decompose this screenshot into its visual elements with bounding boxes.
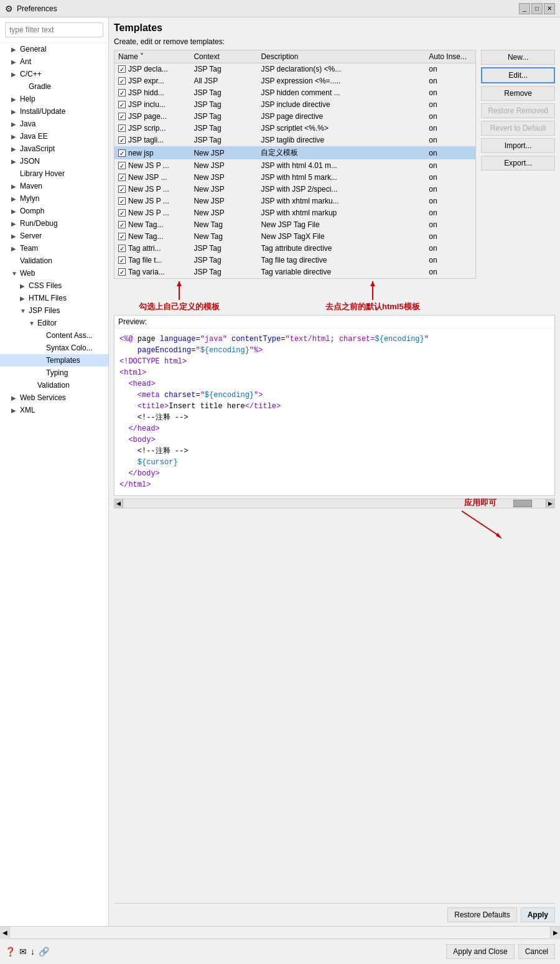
scroll-thumb[interactable] (513, 500, 532, 507)
row-checkbox[interactable] (118, 101, 126, 108)
button-panel: New... Edit... Remove Restore Removed Re… (481, 50, 555, 171)
new-button[interactable]: New... (481, 50, 555, 65)
row-checkbox[interactable] (118, 233, 126, 240)
sidebar-item-run-debug[interactable]: ▶Run/Debug (0, 217, 108, 230)
row-checkbox[interactable] (118, 124, 126, 132)
revert-to-default-button[interactable]: Revert to Default (481, 121, 555, 136)
table-row[interactable]: New Tag...New TagNew JSP TagX Fileon (114, 231, 475, 243)
page-subtitle: Create, edit or remove templates: (114, 37, 555, 46)
minimize-button[interactable]: _ (519, 3, 530, 14)
sidebar-item-mylyn[interactable]: ▶Mylyn (0, 192, 108, 205)
table-row[interactable]: new jspNew JSP自定义模板on (114, 146, 475, 160)
close-button[interactable]: ✕ (544, 3, 555, 14)
sidebar-item-library-hover[interactable]: Library Hover (0, 167, 108, 180)
row-checkbox[interactable] (118, 89, 126, 96)
row-description: JSP with html 5 mark... (257, 172, 425, 184)
table-row[interactable]: Tag file t...JSP TagTag file tag directi… (114, 255, 475, 266)
sidebar-item-syntax-coloring[interactable]: Syntax Colo... (0, 342, 108, 354)
sidebar-item-team[interactable]: ▶Team (0, 242, 108, 255)
apply-and-close-button[interactable]: Apply and Close (446, 944, 514, 959)
sidebar-item-oomph[interactable]: ▶Oomph (0, 205, 108, 217)
table-row[interactable]: New JS P ...New JSPJSP with html 4.01 m.… (114, 160, 475, 172)
table-row[interactable]: Tag varia...JSP TagTag variable directiv… (114, 266, 475, 278)
table-row[interactable]: New JS P ...New JSPJSP with xhtml marku.… (114, 195, 475, 207)
table-row[interactable]: JSP hidd...JSP TagJSP hidden comment ...… (114, 87, 475, 99)
table-row[interactable]: JSP tagli...JSP TagJSP taglib directiveo… (114, 134, 475, 146)
edit-button[interactable]: Edit... (481, 67, 555, 83)
sidebar-item-java-ee[interactable]: ▶Java EE (0, 130, 108, 143)
sidebar-item-content-assist[interactable]: Content Ass... (0, 329, 108, 342)
title-bar: ⚙ Preferences _ □ ✕ (0, 0, 560, 17)
sidebar-item-ant[interactable]: ▶Ant (0, 55, 108, 68)
export-icon[interactable]: 🔗 (39, 947, 49, 957)
row-description: JSP hidden comment ... (257, 87, 425, 99)
sidebar-item-templates[interactable]: Templates (0, 354, 108, 367)
sidebar-item-help[interactable]: ▶Help (0, 93, 108, 105)
sidebar-item-web[interactable]: ▼Web (0, 267, 108, 279)
table-row[interactable]: New JS P ...New JSPJSP with xhtml markup… (114, 207, 475, 219)
row-checkbox[interactable] (118, 174, 126, 181)
sidebar-item-maven[interactable]: ▶Maven (0, 180, 108, 192)
row-checkbox[interactable] (118, 197, 126, 205)
annotation-left: 勾选上自己定义的模板 (139, 281, 220, 312)
row-checkbox[interactable] (118, 245, 126, 252)
table-row[interactable]: JSP inclu...JSP TagJSP include directive… (114, 99, 475, 111)
sidebar-item-typing[interactable]: Typing (0, 367, 108, 379)
row-checkbox[interactable] (118, 77, 126, 85)
sidebar-item-label: Server (20, 232, 42, 240)
table-row[interactable]: JSP decla...JSP TagJSP declaration(s) <%… (114, 63, 475, 75)
table-row[interactable]: New Tag...New TagNew JSP Tag Fileon (114, 219, 475, 231)
feedback-icon[interactable]: ✉ (19, 947, 27, 957)
export-button[interactable]: Export... (481, 156, 555, 171)
sidebar-scroll-left[interactable]: ◀ (0, 927, 10, 938)
row-checkbox[interactable] (118, 136, 126, 144)
sidebar-scroll-right[interactable]: ▶ (550, 927, 560, 938)
sidebar-item-validation[interactable]: Validation (0, 255, 108, 267)
sidebar-item-general[interactable]: ▶General (0, 43, 108, 55)
row-checkbox[interactable] (118, 149, 126, 157)
sidebar-item-cpp[interactable]: ▶C/C++ (0, 68, 108, 80)
sidebar-item-jsp-files[interactable]: ▼JSP Files (0, 304, 108, 317)
row-checkbox[interactable] (118, 209, 126, 217)
row-checkbox[interactable] (118, 185, 126, 193)
table-row[interactable]: New JSP ...New JSPJSP with html 5 mark..… (114, 172, 475, 184)
row-context: New JSP (190, 172, 257, 184)
sidebar-item-web-services[interactable]: ▶Web Services (0, 391, 108, 404)
table-row[interactable]: JSP expr...All JSPJSP expression <%=....… (114, 75, 475, 87)
table-row[interactable]: JSP scrip...JSP TagJSP scriptlet <%.%>on (114, 123, 475, 134)
import-icon[interactable]: ↓ (30, 947, 35, 957)
table-row[interactable]: New JS P ...New JSPJSP with JSP 2/speci.… (114, 184, 475, 195)
restore-defaults-button[interactable]: Restore Defaults (447, 907, 516, 922)
help-icon[interactable]: ❓ (5, 947, 16, 957)
row-checkbox[interactable] (118, 113, 126, 120)
sidebar-item-label: HTML Files (29, 294, 67, 302)
sidebar-item-install-update[interactable]: ▶Install/Update (0, 105, 108, 118)
sidebar-item-editor[interactable]: ▼Editor (0, 317, 108, 329)
scroll-right-button[interactable]: ▶ (546, 499, 554, 508)
sidebar-item-gradle[interactable]: Gradle (0, 80, 108, 93)
row-checkbox[interactable] (118, 162, 126, 169)
search-input[interactable] (5, 22, 103, 37)
row-checkbox[interactable] (118, 221, 126, 228)
import-button[interactable]: Import... (481, 138, 555, 153)
table-row[interactable]: JSP page...JSP TagJSP page directiveon (114, 111, 475, 123)
table-row[interactable]: Tag attri...JSP TagTag attribute directi… (114, 243, 475, 255)
restore-removed-button[interactable]: Restore Removed (481, 103, 555, 118)
sidebar-item-html-files[interactable]: ▶HTML Files (0, 292, 108, 304)
sidebar-item-label: Editor (37, 319, 57, 327)
row-checkbox[interactable] (118, 65, 126, 73)
remove-button[interactable]: Remove (481, 86, 555, 101)
sidebar-item-validation-jsp[interactable]: Validation (0, 379, 108, 391)
sidebar-item-javascript[interactable]: ▶JavaScript (0, 143, 108, 155)
cancel-button[interactable]: Cancel (518, 944, 555, 959)
scroll-left-button[interactable]: ◀ (114, 499, 123, 508)
row-checkbox[interactable] (118, 256, 126, 264)
sidebar-item-css-files[interactable]: ▶CSS Files (0, 279, 108, 292)
sidebar-item-java[interactable]: ▶Java (0, 118, 108, 130)
sidebar-item-xml[interactable]: ▶XML (0, 404, 108, 416)
sidebar-item-server[interactable]: ▶Server (0, 230, 108, 242)
row-checkbox[interactable] (118, 268, 126, 276)
sidebar-item-json[interactable]: ▶JSON (0, 155, 108, 167)
apply-button[interactable]: Apply (521, 907, 555, 922)
maximize-button[interactable]: □ (531, 3, 543, 14)
